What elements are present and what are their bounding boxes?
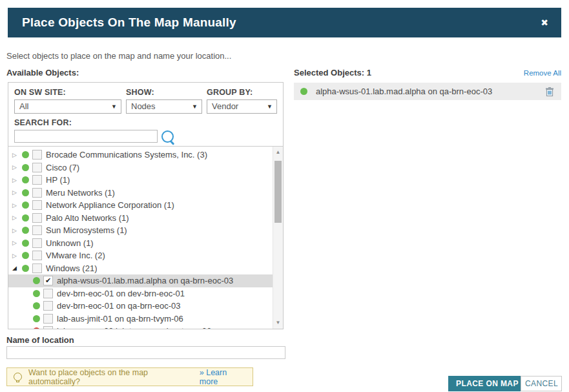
row-checkbox[interactable]: [32, 150, 42, 160]
row-checkbox[interactable]: [32, 251, 42, 260]
tree-vendor-row[interactable]: ▷Unknown (1): [8, 237, 273, 250]
expand-arrow-icon[interactable]: ▷: [12, 152, 22, 158]
dropdown-arrow-icon: ▼: [267, 100, 273, 113]
row-label: Sun Microsystems (1): [46, 225, 127, 235]
row-label: VMware Inc. (2): [46, 251, 105, 260]
place-on-map-button[interactable]: PLACE ON MAP: [448, 376, 526, 391]
tree-vendor-row[interactable]: ▷HP (1): [8, 174, 273, 187]
row-checkbox[interactable]: [32, 200, 42, 210]
dialog-header: Place Objects On The Map Manually ✖: [8, 8, 561, 37]
show-value: Nodes: [131, 100, 156, 113]
show-select[interactable]: Nodes ▼: [126, 99, 202, 114]
row-checkbox[interactable]: [32, 175, 42, 185]
show-label: SHOW:: [126, 88, 202, 97]
tree-node-row[interactable]: dev-brn-eoc-01 on dev-brn-eoc-01: [8, 287, 273, 300]
status-up-dot: [22, 214, 29, 222]
dialog-title: Place Objects On The Map Manually: [22, 8, 236, 37]
scroll-thumb[interactable]: [274, 161, 282, 223]
status-up-dot: [22, 164, 29, 171]
row-checkbox[interactable]: [43, 326, 53, 329]
row-label: Network Appliance Corporation (1): [46, 200, 174, 210]
tree-node-row[interactable]: lab-aus-jmit-01 on qa-brn-tvym-06: [8, 313, 273, 325]
name-of-location-input[interactable]: [6, 346, 285, 359]
tree-vendor-row[interactable]: ◢Windows (21): [8, 262, 273, 275]
tree-node-row[interactable]: ✔alpha-wsus-01.lab.mad.alpha on qa-brn-e…: [8, 274, 273, 287]
status-down-dot: [33, 327, 40, 329]
tree-viewport: ▷Brocade Communications Systems, Inc. (3…: [8, 147, 273, 329]
expand-arrow-icon[interactable]: ▷: [12, 202, 22, 209]
status-up-dot: [22, 227, 29, 234]
row-label: lab-aus-jmit-01 on qa-brn-tvym-06: [57, 314, 183, 324]
row-checkbox[interactable]: [32, 263, 42, 273]
tree-vendor-row[interactable]: ▷Network Appliance Corporation (1): [8, 199, 273, 212]
status-up-dot: [22, 252, 29, 259]
trash-icon[interactable]: [544, 87, 555, 97]
tree-node-row[interactable]: dev-brn-eoc-01 on qa-brn-eoc-03: [8, 300, 273, 313]
expand-arrow-icon[interactable]: ▷: [12, 177, 22, 183]
tree-vendor-row[interactable]: ▷Brocade Communications Systems, Inc. (3…: [8, 149, 273, 161]
name-of-location-label: Name of location: [6, 335, 74, 345]
learn-more-link[interactable]: » Learn more: [200, 368, 246, 386]
search-icon[interactable]: [161, 130, 174, 143]
status-up-dot: [33, 277, 40, 284]
tree-vendor-row[interactable]: ▷Cisco (7): [8, 161, 273, 174]
row-checkbox[interactable]: [32, 213, 42, 223]
dropdown-arrow-icon: ▼: [111, 100, 117, 113]
object-tree: ▷Brocade Communications Systems, Inc. (3…: [8, 146, 283, 329]
expand-arrow-icon[interactable]: ▷: [12, 240, 22, 246]
expand-arrow-icon[interactable]: ▷: [12, 189, 22, 196]
scroll-up-icon[interactable]: ▲: [273, 148, 283, 157]
group-by-label: GROUP BY:: [207, 88, 277, 97]
row-checkbox[interactable]: ✔: [43, 276, 53, 285]
status-up-dot: [300, 88, 307, 95]
row-checkbox[interactable]: [32, 163, 42, 172]
tree-vendor-row[interactable]: ▷Palo Alto Networks (1): [8, 212, 273, 225]
status-up-dot: [22, 240, 29, 247]
row-checkbox[interactable]: [43, 301, 53, 311]
tree-vendor-row[interactable]: ▷Sun Microsystems (1): [8, 224, 273, 237]
search-for-label: SEARCH FOR:: [14, 118, 277, 127]
on-sw-site-value: All: [19, 100, 28, 113]
row-checkbox[interactable]: [43, 314, 53, 324]
expand-arrow-icon[interactable]: ▷: [12, 214, 22, 221]
tree-node-row[interactable]: lab-aus-ona-03.lab.tex on qa-brn-tvym-06: [8, 325, 273, 329]
row-label: Meru Networks (1): [46, 188, 115, 198]
row-label: lab-aus-ona-03.lab.tex on qa-brn-tvym-06: [57, 326, 211, 329]
tree-scrollbar[interactable]: ▲ ▼: [273, 147, 283, 329]
scroll-down-icon[interactable]: ▼: [273, 318, 283, 327]
filter-bar: ON SW SITE: All ▼ SHOW: Nodes ▼ GROUP BY…: [8, 83, 283, 143]
remove-all-link[interactable]: Remove All: [524, 69, 561, 77]
row-label: Windows (21): [46, 263, 97, 273]
close-icon[interactable]: ✖: [541, 8, 548, 37]
group-by-select[interactable]: Vendor ▼: [207, 99, 277, 114]
row-checkbox[interactable]: [32, 188, 42, 198]
row-checkbox[interactable]: [32, 225, 42, 235]
expand-arrow-icon[interactable]: ▷: [12, 164, 22, 170]
selected-object-row: alpha-wsus-01.lab.mad.alpha on qa-brn-eo…: [294, 83, 561, 100]
notice-text: Want to place objects on the map automat…: [28, 368, 197, 386]
tree-vendor-row[interactable]: ▷Meru Networks (1): [8, 187, 273, 200]
group-by-value: Vendor: [212, 100, 238, 113]
lightbulb-icon: [14, 373, 22, 381]
row-label: dev-brn-eoc-01 on dev-brn-eoc-01: [57, 289, 185, 298]
collapse-arrow-icon[interactable]: ◢: [12, 265, 22, 271]
tree-vendor-row[interactable]: ▷VMware Inc. (2): [8, 249, 273, 262]
row-label: HP (1): [46, 175, 70, 185]
search-input[interactable]: [14, 130, 158, 143]
auto-place-notice: Want to place objects on the map automat…: [6, 367, 253, 386]
row-label: Cisco (7): [46, 163, 79, 172]
row-checkbox[interactable]: [32, 238, 42, 248]
row-label: dev-brn-eoc-01 on qa-brn-eoc-03: [57, 301, 181, 311]
cancel-button[interactable]: CANCEL: [521, 376, 562, 391]
status-up-dot: [22, 189, 29, 196]
row-label: Palo Alto Networks (1): [46, 213, 129, 223]
status-up-dot: [22, 176, 29, 183]
on-sw-site-select[interactable]: All ▼: [14, 99, 121, 114]
status-up-dot: [22, 201, 29, 209]
status-up-dot: [33, 315, 40, 322]
expand-arrow-icon[interactable]: ▷: [12, 227, 22, 234]
expand-arrow-icon[interactable]: ▷: [12, 253, 22, 259]
row-checkbox[interactable]: [43, 289, 53, 298]
available-objects-label: Available Objects:: [6, 68, 79, 77]
on-sw-site-label: ON SW SITE:: [14, 88, 121, 97]
